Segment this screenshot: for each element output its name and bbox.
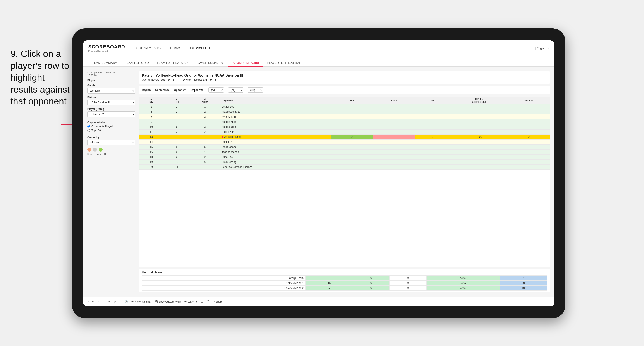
col-conf: #Conf (190, 97, 220, 104)
cell-win (331, 150, 373, 155)
radio-opponents-played[interactable]: Opponents Played (87, 125, 135, 128)
share-btn[interactable]: ↗ Share (213, 300, 223, 303)
sub-nav-player-h2h-heatmap[interactable]: PLAYER H2H HEATMAP (263, 59, 305, 67)
cell-div: 10 (139, 125, 164, 130)
cell-reg: 1 (164, 115, 190, 120)
cell-reg: 8 (164, 145, 190, 150)
gender-dropdown[interactable]: Women's (87, 88, 135, 94)
refresh-icon[interactable]: ⟳ (114, 300, 116, 303)
opponent-view-label: Opponent view (87, 121, 135, 124)
cell-win (331, 109, 373, 115)
opponent-dropdown[interactable]: (All) (248, 87, 263, 93)
cell-diff (450, 109, 508, 115)
forward-icon[interactable]: ⟩ (98, 300, 99, 303)
watch-btn[interactable]: 👁 Watch ▾ (184, 300, 197, 303)
sub-nav-player-h2h-grid[interactable]: PLAYER H2H GRID (228, 59, 263, 67)
conference-dropdown[interactable]: (All) (228, 87, 244, 93)
ood-cell-win: 5 (306, 286, 352, 291)
gender-section: Gender Women's (87, 84, 135, 94)
table-row[interactable]: 9 1 4 Sharon Mun (139, 120, 550, 125)
table-row[interactable]: 6 1 3 Sydney Kuo (139, 115, 550, 120)
timestamp: Last Updated: 27/03/2024 16:55:28 (87, 71, 135, 77)
sub-nav-team-h2h-heatmap[interactable]: TEAM H2H HEATMAP (153, 59, 192, 67)
radio-top100[interactable]: Top 100 (87, 129, 135, 132)
table-row[interactable]: 10 6 3 Andrea York (139, 125, 550, 130)
left-panel: Last Updated: 27/03/2024 16:55:28 Player… (87, 71, 135, 292)
ood-cell-tie: 0 (390, 286, 426, 291)
table-row[interactable]: 16 9 1 Jessica Mason (139, 150, 550, 155)
ood-table-row[interactable]: NCAA Division 2 5 0 0 7.400 10 (142, 286, 547, 291)
cell-rounds (508, 155, 550, 160)
sub-nav-player-summary[interactable]: PLAYER SUMMARY (192, 59, 228, 67)
cell-diff: -3.00 (450, 135, 508, 140)
region-dropdown[interactable]: (All) (208, 87, 224, 93)
cell-opponent: Alexis Sudijanto (220, 109, 331, 115)
fullscreen-btn[interactable]: ⛶ (206, 300, 209, 303)
table-row[interactable]: 19 10 6 Emily Chang (139, 160, 550, 165)
player-rank-dropdown[interactable]: 8. Katelyn Vo (87, 111, 135, 117)
cell-win (331, 140, 373, 145)
table-row[interactable]: 18 2 2 Euna Lee (139, 155, 550, 160)
ood-cell-name: NAIA Division 1 (142, 281, 306, 286)
opponent-view-section: Opponent view Opponents Played Top 100 (87, 121, 135, 132)
nav-committee[interactable]: COMMITTEE (190, 45, 211, 51)
watch-dropdown-icon: ▾ (196, 300, 197, 303)
col-win: Win (331, 97, 373, 104)
table-row[interactable]: 11 3 2 Haeji Hyun (139, 130, 550, 135)
cell-win: 0 (331, 135, 373, 140)
undo-icon[interactable]: ↩ (86, 300, 89, 303)
colour-dropdown[interactable]: Win/loss (87, 140, 135, 146)
cell-loss (373, 155, 415, 160)
cell-rounds: 2 (508, 135, 550, 140)
table-row[interactable]: 3 1 1 Esther Lee (139, 104, 550, 109)
ood-table-row[interactable]: Foreign Team 1 0 0 4.500 2 (142, 276, 547, 281)
sub-nav-team-h2h-grid[interactable]: TEAM H2H GRID (121, 59, 153, 67)
save-icon: 💾 (154, 300, 158, 303)
table-row[interactable]: 14 7 4 Eunice Yi (139, 140, 550, 145)
cell-win (331, 120, 373, 125)
cell-reg: 2 (164, 155, 190, 160)
conference-filter-label: Conference (155, 89, 170, 92)
cell-opponent: Sydney Kuo (220, 115, 331, 120)
out-of-division: Out of division Foreign Team 1 0 0 4.500… (139, 269, 550, 292)
grid-table-container[interactable]: #Div #Reg #Conf Opponent Win Loss Tie Di… (139, 97, 550, 267)
cell-loss (373, 150, 415, 155)
nav-tournaments[interactable]: TOURNAMENTS (134, 45, 161, 51)
region-filter-group: Region (142, 89, 151, 92)
cell-tie (415, 155, 450, 160)
division-dropdown[interactable]: NCAA Division III (87, 100, 135, 105)
cell-opponent: ▶ Jessica Huang (220, 135, 331, 140)
cell-conf: 2 (190, 109, 220, 115)
ood-cell-tie: 0 (390, 276, 426, 281)
table-row[interactable]: 20 11 7 Federica Domecq Lacroze (139, 165, 550, 170)
circle-down (87, 148, 91, 152)
circle-up (99, 148, 102, 152)
ood-table-row[interactable]: NAIA Division 1 15 0 0 9.267 30 (142, 281, 547, 286)
ood-cell-diff: 4.500 (426, 276, 500, 281)
save-custom-view-btn[interactable]: 💾 Save Custom View (154, 300, 181, 303)
cell-reg: 2 (164, 109, 190, 115)
view-original-btn[interactable]: 👁 View: Original (132, 300, 151, 303)
cell-loss (373, 145, 415, 150)
scissors-icon[interactable]: ✂ (108, 300, 110, 303)
cell-diff (450, 130, 508, 135)
ood-cell-rounds: 2 (500, 276, 547, 281)
cell-div: 20 (139, 165, 164, 170)
cell-conf: 3 (190, 115, 220, 120)
nav-teams[interactable]: TEAMS (170, 45, 182, 51)
cell-loss (373, 165, 415, 170)
table-row[interactable]: 13 1 1 ▶ Jessica Huang 0 1 0 -3.00 2 (139, 135, 550, 140)
cell-loss (373, 140, 415, 145)
cell-loss (373, 104, 415, 109)
colour-labels: Down Level Up (87, 153, 135, 156)
grid-icon-btn[interactable]: ⊞ (201, 300, 203, 303)
table-row[interactable]: 5 2 2 Alexis Sudijanto (139, 109, 550, 115)
sub-nav-team-summary[interactable]: TEAM SUMMARY (88, 59, 121, 67)
table-row[interactable]: 15 8 5 Stella Cheng (139, 145, 550, 150)
cell-conf: 4 (190, 120, 220, 125)
sign-out-link[interactable]: Sign out (537, 46, 549, 50)
opponents-label: Opponents: (190, 89, 204, 92)
cell-conf: 3 (190, 125, 220, 130)
redo-icon[interactable]: ↪ (92, 300, 94, 303)
cell-tie (415, 165, 450, 170)
